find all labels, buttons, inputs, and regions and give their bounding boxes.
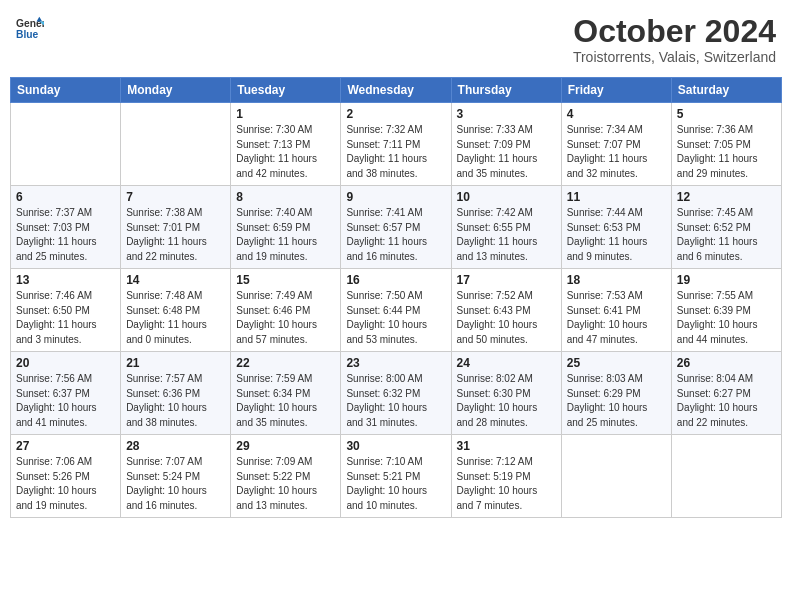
calendar-cell: 16Sunrise: 7:50 AM Sunset: 6:44 PM Dayli… xyxy=(341,269,451,352)
day-number: 22 xyxy=(236,356,335,370)
calendar-cell xyxy=(671,435,781,518)
calendar-cell: 12Sunrise: 7:45 AM Sunset: 6:52 PM Dayli… xyxy=(671,186,781,269)
day-info: Sunrise: 7:53 AM Sunset: 6:41 PM Dayligh… xyxy=(567,289,666,347)
calendar-table: SundayMondayTuesdayWednesdayThursdayFrid… xyxy=(10,77,782,518)
day-info: Sunrise: 7:30 AM Sunset: 7:13 PM Dayligh… xyxy=(236,123,335,181)
day-number: 15 xyxy=(236,273,335,287)
day-info: Sunrise: 7:55 AM Sunset: 6:39 PM Dayligh… xyxy=(677,289,776,347)
calendar-cell: 31Sunrise: 7:12 AM Sunset: 5:19 PM Dayli… xyxy=(451,435,561,518)
day-number: 13 xyxy=(16,273,115,287)
calendar-cell: 19Sunrise: 7:55 AM Sunset: 6:39 PM Dayli… xyxy=(671,269,781,352)
calendar-cell: 22Sunrise: 7:59 AM Sunset: 6:34 PM Dayli… xyxy=(231,352,341,435)
day-info: Sunrise: 7:32 AM Sunset: 7:11 PM Dayligh… xyxy=(346,123,445,181)
location-subtitle: Troistorrents, Valais, Switzerland xyxy=(573,49,776,65)
day-number: 9 xyxy=(346,190,445,204)
day-info: Sunrise: 7:52 AM Sunset: 6:43 PM Dayligh… xyxy=(457,289,556,347)
calendar-week-row: 20Sunrise: 7:56 AM Sunset: 6:37 PM Dayli… xyxy=(11,352,782,435)
day-number: 7 xyxy=(126,190,225,204)
calendar-cell xyxy=(121,103,231,186)
calendar-cell: 30Sunrise: 7:10 AM Sunset: 5:21 PM Dayli… xyxy=(341,435,451,518)
day-info: Sunrise: 7:46 AM Sunset: 6:50 PM Dayligh… xyxy=(16,289,115,347)
calendar-cell: 2Sunrise: 7:32 AM Sunset: 7:11 PM Daylig… xyxy=(341,103,451,186)
day-info: Sunrise: 7:41 AM Sunset: 6:57 PM Dayligh… xyxy=(346,206,445,264)
calendar-cell: 1Sunrise: 7:30 AM Sunset: 7:13 PM Daylig… xyxy=(231,103,341,186)
day-number: 16 xyxy=(346,273,445,287)
day-number: 5 xyxy=(677,107,776,121)
calendar-cell: 15Sunrise: 7:49 AM Sunset: 6:46 PM Dayli… xyxy=(231,269,341,352)
day-info: Sunrise: 7:10 AM Sunset: 5:21 PM Dayligh… xyxy=(346,455,445,513)
calendar-cell: 7Sunrise: 7:38 AM Sunset: 7:01 PM Daylig… xyxy=(121,186,231,269)
page-header: General Blue October 2024 Troistorrents,… xyxy=(10,10,782,69)
day-number: 29 xyxy=(236,439,335,453)
calendar-cell: 23Sunrise: 8:00 AM Sunset: 6:32 PM Dayli… xyxy=(341,352,451,435)
calendar-week-row: 13Sunrise: 7:46 AM Sunset: 6:50 PM Dayli… xyxy=(11,269,782,352)
day-info: Sunrise: 7:59 AM Sunset: 6:34 PM Dayligh… xyxy=(236,372,335,430)
day-of-week-header: Monday xyxy=(121,78,231,103)
day-number: 25 xyxy=(567,356,666,370)
day-number: 30 xyxy=(346,439,445,453)
day-number: 10 xyxy=(457,190,556,204)
day-info: Sunrise: 7:50 AM Sunset: 6:44 PM Dayligh… xyxy=(346,289,445,347)
calendar-cell xyxy=(561,435,671,518)
calendar-cell: 14Sunrise: 7:48 AM Sunset: 6:48 PM Dayli… xyxy=(121,269,231,352)
day-info: Sunrise: 7:33 AM Sunset: 7:09 PM Dayligh… xyxy=(457,123,556,181)
day-info: Sunrise: 7:57 AM Sunset: 6:36 PM Dayligh… xyxy=(126,372,225,430)
day-number: 6 xyxy=(16,190,115,204)
day-number: 14 xyxy=(126,273,225,287)
calendar-cell: 27Sunrise: 7:06 AM Sunset: 5:26 PM Dayli… xyxy=(11,435,121,518)
calendar-cell: 5Sunrise: 7:36 AM Sunset: 7:05 PM Daylig… xyxy=(671,103,781,186)
day-of-week-header: Wednesday xyxy=(341,78,451,103)
calendar-cell: 6Sunrise: 7:37 AM Sunset: 7:03 PM Daylig… xyxy=(11,186,121,269)
day-number: 11 xyxy=(567,190,666,204)
day-info: Sunrise: 7:49 AM Sunset: 6:46 PM Dayligh… xyxy=(236,289,335,347)
day-number: 28 xyxy=(126,439,225,453)
day-number: 1 xyxy=(236,107,335,121)
calendar-cell: 3Sunrise: 7:33 AM Sunset: 7:09 PM Daylig… xyxy=(451,103,561,186)
day-info: Sunrise: 7:36 AM Sunset: 7:05 PM Dayligh… xyxy=(677,123,776,181)
day-number: 20 xyxy=(16,356,115,370)
day-number: 24 xyxy=(457,356,556,370)
day-number: 23 xyxy=(346,356,445,370)
calendar-cell: 21Sunrise: 7:57 AM Sunset: 6:36 PM Dayli… xyxy=(121,352,231,435)
day-number: 4 xyxy=(567,107,666,121)
day-info: Sunrise: 7:09 AM Sunset: 5:22 PM Dayligh… xyxy=(236,455,335,513)
day-info: Sunrise: 8:04 AM Sunset: 6:27 PM Dayligh… xyxy=(677,372,776,430)
day-number: 21 xyxy=(126,356,225,370)
calendar-cell: 11Sunrise: 7:44 AM Sunset: 6:53 PM Dayli… xyxy=(561,186,671,269)
day-info: Sunrise: 8:03 AM Sunset: 6:29 PM Dayligh… xyxy=(567,372,666,430)
calendar-header-row: SundayMondayTuesdayWednesdayThursdayFrid… xyxy=(11,78,782,103)
day-of-week-header: Friday xyxy=(561,78,671,103)
day-number: 3 xyxy=(457,107,556,121)
day-of-week-header: Tuesday xyxy=(231,78,341,103)
calendar-week-row: 6Sunrise: 7:37 AM Sunset: 7:03 PM Daylig… xyxy=(11,186,782,269)
day-number: 26 xyxy=(677,356,776,370)
day-info: Sunrise: 7:45 AM Sunset: 6:52 PM Dayligh… xyxy=(677,206,776,264)
day-info: Sunrise: 7:42 AM Sunset: 6:55 PM Dayligh… xyxy=(457,206,556,264)
calendar-cell: 8Sunrise: 7:40 AM Sunset: 6:59 PM Daylig… xyxy=(231,186,341,269)
day-info: Sunrise: 7:06 AM Sunset: 5:26 PM Dayligh… xyxy=(16,455,115,513)
day-number: 2 xyxy=(346,107,445,121)
calendar-week-row: 27Sunrise: 7:06 AM Sunset: 5:26 PM Dayli… xyxy=(11,435,782,518)
calendar-cell: 18Sunrise: 7:53 AM Sunset: 6:41 PM Dayli… xyxy=(561,269,671,352)
day-of-week-header: Thursday xyxy=(451,78,561,103)
calendar-cell: 28Sunrise: 7:07 AM Sunset: 5:24 PM Dayli… xyxy=(121,435,231,518)
day-info: Sunrise: 7:34 AM Sunset: 7:07 PM Dayligh… xyxy=(567,123,666,181)
day-info: Sunrise: 7:12 AM Sunset: 5:19 PM Dayligh… xyxy=(457,455,556,513)
day-number: 31 xyxy=(457,439,556,453)
day-info: Sunrise: 7:37 AM Sunset: 7:03 PM Dayligh… xyxy=(16,206,115,264)
calendar-cell: 26Sunrise: 8:04 AM Sunset: 6:27 PM Dayli… xyxy=(671,352,781,435)
day-number: 8 xyxy=(236,190,335,204)
calendar-cell xyxy=(11,103,121,186)
calendar-cell: 25Sunrise: 8:03 AM Sunset: 6:29 PM Dayli… xyxy=(561,352,671,435)
day-number: 17 xyxy=(457,273,556,287)
calendar-cell: 24Sunrise: 8:02 AM Sunset: 6:30 PM Dayli… xyxy=(451,352,561,435)
day-of-week-header: Sunday xyxy=(11,78,121,103)
day-info: Sunrise: 7:44 AM Sunset: 6:53 PM Dayligh… xyxy=(567,206,666,264)
day-number: 18 xyxy=(567,273,666,287)
logo: General Blue xyxy=(16,14,44,42)
calendar-cell: 4Sunrise: 7:34 AM Sunset: 7:07 PM Daylig… xyxy=(561,103,671,186)
calendar-cell: 10Sunrise: 7:42 AM Sunset: 6:55 PM Dayli… xyxy=(451,186,561,269)
calendar-cell: 29Sunrise: 7:09 AM Sunset: 5:22 PM Dayli… xyxy=(231,435,341,518)
day-number: 19 xyxy=(677,273,776,287)
day-of-week-header: Saturday xyxy=(671,78,781,103)
